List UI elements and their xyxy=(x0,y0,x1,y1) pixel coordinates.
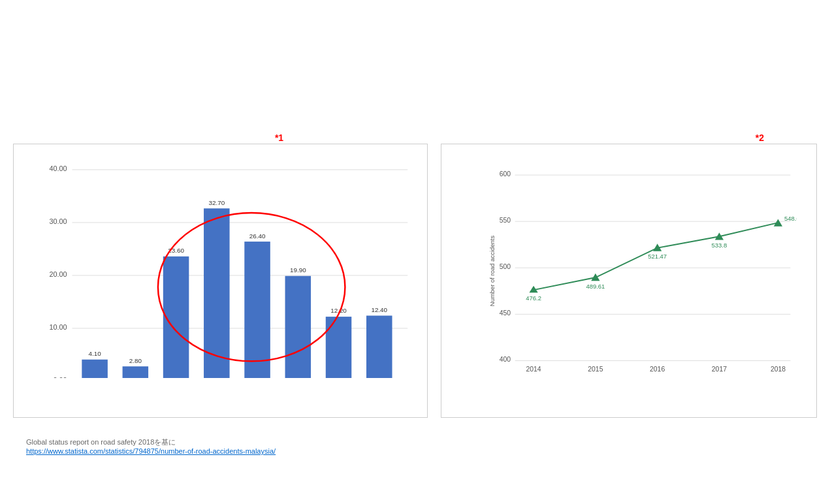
svg-text:521.47: 521.47 xyxy=(648,253,667,260)
svg-text:19.90: 19.90 xyxy=(290,266,306,274)
svg-text:4.10: 4.10 xyxy=(88,350,101,357)
svg-text:2017: 2017 xyxy=(712,366,727,373)
svg-text:20.00: 20.00 xyxy=(49,270,67,278)
svg-text:2016: 2016 xyxy=(650,366,665,373)
svg-text:2.80: 2.80 xyxy=(129,357,142,364)
svg-text:450: 450 xyxy=(500,309,511,317)
svg-text:400: 400 xyxy=(500,356,511,363)
svg-text:12.40: 12.40 xyxy=(371,306,387,313)
bar-malaysia xyxy=(163,257,189,378)
bar-vietnam xyxy=(244,242,270,378)
svg-text:533.8: 533.8 xyxy=(712,242,727,249)
left-chart: *1 40.00 30.00 20.00 10.00 0.00 4.10 xyxy=(13,144,428,418)
bar-singapore xyxy=(123,366,149,378)
chart-number-left: *1 xyxy=(275,133,283,143)
svg-text:500: 500 xyxy=(500,263,511,270)
svg-text:476.2: 476.2 xyxy=(526,294,541,302)
svg-text:30.00: 30.00 xyxy=(49,217,67,225)
svg-text:40.00: 40.00 xyxy=(49,165,67,172)
svg-text:2014: 2014 xyxy=(526,366,541,373)
svg-text:600: 600 xyxy=(500,170,511,178)
svg-text:Number of road accidents: Number of road accidents xyxy=(488,236,496,307)
svg-text:2018: 2018 xyxy=(771,366,786,373)
footer-link[interactable]: https://www.statista.com/statistics/7948… xyxy=(26,447,276,455)
point-2015 xyxy=(591,274,599,281)
left-chart-svg: 40.00 30.00 20.00 10.00 0.00 4.10 Japan xyxy=(46,164,414,378)
footer-text: Global status report on road safety 2018… xyxy=(26,437,817,447)
svg-text:550: 550 xyxy=(500,217,511,224)
point-2018 xyxy=(774,219,782,226)
svg-text:548.6: 548.6 xyxy=(784,215,797,222)
svg-text:2015: 2015 xyxy=(588,366,603,373)
charts-row: *1 40.00 30.00 20.00 10.00 0.00 4.10 xyxy=(13,144,817,418)
chart-number-right: *2 xyxy=(756,133,764,143)
bar-japan xyxy=(82,360,108,378)
svg-text:0.00: 0.00 xyxy=(53,376,67,378)
bar-indonesia xyxy=(326,317,352,378)
right-chart: *2 Number of road accidents 600 550 500 … xyxy=(441,144,817,418)
bar-myanmar xyxy=(285,276,311,378)
svg-text:32.70: 32.70 xyxy=(208,199,225,206)
svg-text:26.40: 26.40 xyxy=(249,232,266,240)
footer: Global status report on road safety 2018… xyxy=(13,437,817,455)
svg-text:10.00: 10.00 xyxy=(49,323,67,331)
svg-text:489.61: 489.61 xyxy=(586,283,605,290)
main-container: *1 40.00 30.00 20.00 10.00 0.00 4.10 xyxy=(0,0,830,504)
right-chart-svg: Number of road accidents 600 550 500 450… xyxy=(487,164,797,378)
bar-phillipine xyxy=(366,315,392,378)
